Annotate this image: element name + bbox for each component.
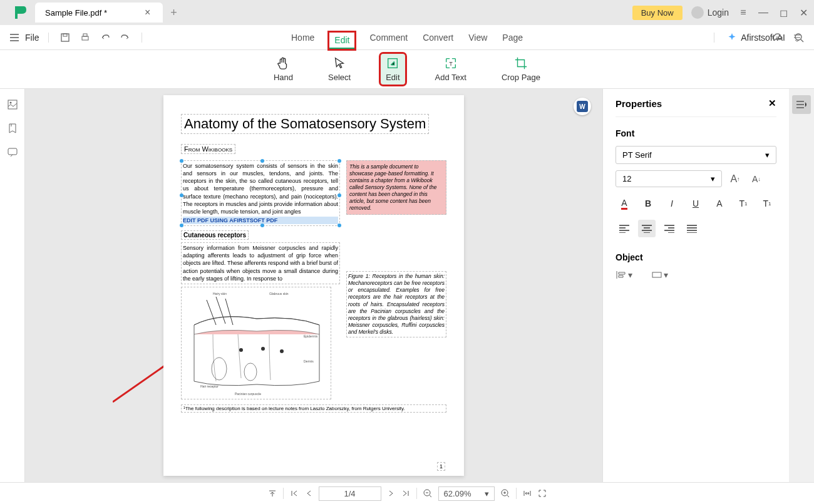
menubar: File Home Edit Comment Convert View Page… xyxy=(0,25,814,50)
figure-caption-box[interactable]: Figure 1: Receptors in the human skin: M… xyxy=(346,271,446,337)
tab-convert[interactable]: Convert xyxy=(423,33,453,43)
page-input[interactable]: 1/4 xyxy=(319,486,381,501)
first-page-icon[interactable] xyxy=(290,489,299,498)
chevron-down-icon: ▾ xyxy=(765,150,770,160)
buy-now-button[interactable]: Buy Now xyxy=(632,6,683,20)
distribute-object-icon[interactable]: ▾ xyxy=(651,270,668,280)
comment-icon[interactable] xyxy=(7,147,18,158)
svg-text:Epidermis: Epidermis xyxy=(304,334,318,338)
edit-icon xyxy=(386,56,399,70)
font-family-select[interactable]: PT Serif ▾ xyxy=(616,146,776,164)
align-object-icon[interactable]: ▾ xyxy=(616,270,632,280)
prev-page-icon[interactable] xyxy=(305,489,312,498)
last-page-icon[interactable] xyxy=(401,489,410,498)
svg-text:Hair receptor: Hair receptor xyxy=(200,384,219,388)
login-button[interactable]: Login xyxy=(691,6,729,19)
maximize-icon[interactable]: ◻ xyxy=(778,7,789,18)
align-left-icon[interactable] xyxy=(616,220,633,237)
word-icon: W xyxy=(577,101,588,112)
superscript-icon[interactable]: T1 xyxy=(734,195,752,212)
tab-home[interactable]: Home xyxy=(291,33,314,43)
cursor-icon xyxy=(332,56,346,70)
font-style-icon[interactable]: A xyxy=(711,195,728,212)
edit-toolbar: Hand Select Edit T Add Text Crop Page xyxy=(0,50,814,89)
right-rail xyxy=(789,89,814,482)
font-size-select[interactable]: 12 ▾ xyxy=(616,170,722,187)
fit-width-icon[interactable] xyxy=(523,489,532,498)
bold-icon[interactable]: B xyxy=(639,195,657,212)
close-tab-icon[interactable]: × xyxy=(145,7,150,18)
collapse-icon[interactable] xyxy=(793,33,801,42)
edit-tool[interactable]: Edit xyxy=(381,54,404,85)
close-panel-icon[interactable]: ✕ xyxy=(768,98,776,109)
svg-text:T: T xyxy=(449,61,453,67)
scroll-top-icon[interactable] xyxy=(268,489,277,498)
thumbnails-icon[interactable] xyxy=(7,99,18,110)
redo-icon[interactable] xyxy=(120,33,130,43)
decrease-font-icon[interactable]: A↓ xyxy=(748,171,765,187)
svg-point-19 xyxy=(239,348,243,352)
hamburger-icon[interactable]: ≡ xyxy=(738,7,749,18)
inserted-text[interactable]: EDIT PDF USING AFIRSTSOFT PDF xyxy=(183,217,338,224)
document-viewport[interactable]: W Anatomy of the Somatosensory System Fr… xyxy=(25,89,602,482)
zoom-input[interactable]: 62.09%▾ xyxy=(438,486,495,501)
add-tab-button[interactable]: + xyxy=(170,6,177,19)
figure-illustration[interactable]: Hairy skinGlabrous skin EpidermisDermis … xyxy=(181,287,331,399)
left-rail xyxy=(0,89,25,482)
text-block-selected[interactable]: Our somatosensory system consists of sen… xyxy=(181,160,340,226)
svg-text:Hairy skin: Hairy skin xyxy=(213,292,227,296)
subscript-icon[interactable]: T1 xyxy=(758,195,776,212)
add-text-icon: T xyxy=(444,56,458,70)
object-section-label: Object xyxy=(616,252,776,262)
close-window-icon[interactable]: ✕ xyxy=(798,7,809,18)
add-text-label: Add Text xyxy=(435,73,466,82)
tab-comment[interactable]: Comment xyxy=(369,33,408,43)
save-icon[interactable] xyxy=(60,33,70,43)
italic-icon[interactable]: I xyxy=(663,195,681,212)
minimize-icon[interactable]: — xyxy=(758,7,769,18)
tab-page[interactable]: Page xyxy=(502,33,523,43)
sample-note-box[interactable]: This is a sample document to showcase pa… xyxy=(346,160,446,215)
next-page-icon[interactable] xyxy=(388,489,395,498)
underline-icon[interactable]: U xyxy=(687,195,704,212)
increase-font-icon[interactable]: A↑ xyxy=(727,171,743,187)
font-section-label: Font xyxy=(616,128,776,138)
source-label[interactable]: From Wikibooks xyxy=(181,144,235,154)
page-title[interactable]: Anatomy of the Somatosensory System xyxy=(181,114,429,134)
subheading[interactable]: Cutaneous receptors xyxy=(181,230,249,240)
crop-tool[interactable]: Crop Page xyxy=(497,54,545,85)
svg-rect-2 xyxy=(82,36,88,40)
tab-view[interactable]: View xyxy=(468,33,487,43)
chevron-down-icon: ▾ xyxy=(711,174,715,183)
translate-badge[interactable]: W xyxy=(574,98,591,115)
zoom-in-icon[interactable] xyxy=(501,489,510,498)
file-menu[interactable]: File xyxy=(10,33,49,43)
zoom-out-icon[interactable] xyxy=(423,489,432,498)
align-right-icon[interactable] xyxy=(661,220,678,237)
svg-text:Pacinian corpuscle: Pacinian corpuscle xyxy=(235,392,261,396)
select-tool[interactable]: Select xyxy=(323,54,356,85)
undo-icon[interactable] xyxy=(100,33,110,43)
login-label: Login xyxy=(708,8,729,18)
sparkle-icon xyxy=(727,33,737,43)
font-color-icon[interactable]: A xyxy=(616,195,633,212)
panel-toggle-icon[interactable] xyxy=(792,95,811,114)
print-icon[interactable] xyxy=(80,33,90,43)
cloud-icon[interactable] xyxy=(771,32,783,43)
svg-text:W: W xyxy=(579,103,585,110)
pdf-page[interactable]: Anatomy of the Somatosensory System From… xyxy=(163,95,464,476)
tab-edit[interactable]: Edit xyxy=(329,33,354,49)
svg-rect-0 xyxy=(61,34,69,41)
align-center-icon[interactable] xyxy=(638,220,656,237)
text-block[interactable]: Sensory information from Meissner corpus… xyxy=(181,242,340,284)
align-justify-icon[interactable] xyxy=(683,220,701,237)
svg-rect-9 xyxy=(8,148,17,155)
fit-page-icon[interactable] xyxy=(538,489,547,498)
crop-icon xyxy=(514,56,528,70)
font-size-value: 12 xyxy=(622,174,631,183)
hand-tool[interactable]: Hand xyxy=(269,54,298,85)
document-tab[interactable]: Sample File.pdf * × xyxy=(35,3,163,23)
bookmark-icon[interactable] xyxy=(7,123,18,134)
add-text-tool[interactable]: T Add Text xyxy=(430,54,471,85)
footnote[interactable]: ¹The following description is based on l… xyxy=(181,404,446,413)
